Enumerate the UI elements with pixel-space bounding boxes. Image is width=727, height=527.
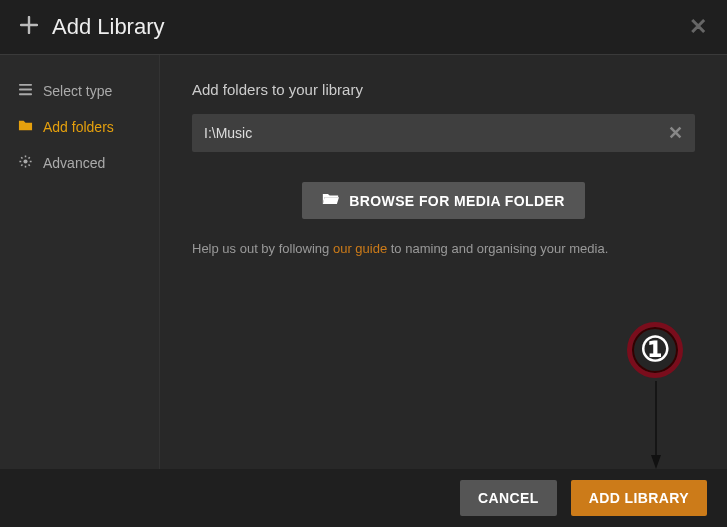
help-link[interactable]: our guide	[333, 241, 387, 256]
gear-icon	[18, 154, 33, 172]
sidebar-item-label: Advanced	[43, 155, 105, 171]
sidebar-item-label: Select type	[43, 83, 112, 99]
sidebar-item-label: Add folders	[43, 119, 114, 135]
cancel-button[interactable]: CANCEL	[460, 480, 557, 516]
list-icon	[18, 82, 33, 100]
add-library-modal: Add Library ✕ Select type Add folders	[0, 0, 727, 527]
folder-open-icon	[322, 192, 339, 209]
header-left: Add Library	[20, 14, 165, 40]
help-post: to naming and organising your media.	[387, 241, 608, 256]
panel-heading: Add folders to your library	[192, 81, 695, 98]
modal-title: Add Library	[52, 14, 165, 40]
plus-icon	[20, 16, 38, 38]
main-panel: Add folders to your library I:\Music ✕ B…	[160, 55, 727, 469]
sidebar-item-add-folders[interactable]: Add folders	[0, 109, 159, 145]
browse-button-label: BROWSE FOR MEDIA FOLDER	[349, 193, 565, 209]
folder-icon	[18, 118, 33, 136]
sidebar-item-select-type[interactable]: Select type	[0, 73, 159, 109]
sidebar-item-advanced[interactable]: Advanced	[0, 145, 159, 181]
folder-path-text: I:\Music	[204, 125, 668, 141]
browse-button[interactable]: BROWSE FOR MEDIA FOLDER	[302, 182, 585, 219]
add-library-button[interactable]: ADD LIBRARY	[571, 480, 707, 516]
modal-header: Add Library ✕	[0, 0, 727, 54]
folder-path-row: I:\Music ✕	[192, 114, 695, 152]
close-icon[interactable]: ✕	[689, 14, 707, 40]
browse-wrapper: BROWSE FOR MEDIA FOLDER	[192, 182, 695, 219]
modal-footer: CANCEL ADD LIBRARY	[0, 469, 727, 527]
help-text: Help us out by following our guide to na…	[192, 241, 695, 256]
remove-folder-icon[interactable]: ✕	[668, 122, 683, 144]
help-pre: Help us out by following	[192, 241, 333, 256]
sidebar: Select type Add folders Advanced	[0, 55, 160, 469]
svg-point-0	[23, 159, 27, 163]
modal-body: Select type Add folders Advanced Add fol…	[0, 54, 727, 469]
